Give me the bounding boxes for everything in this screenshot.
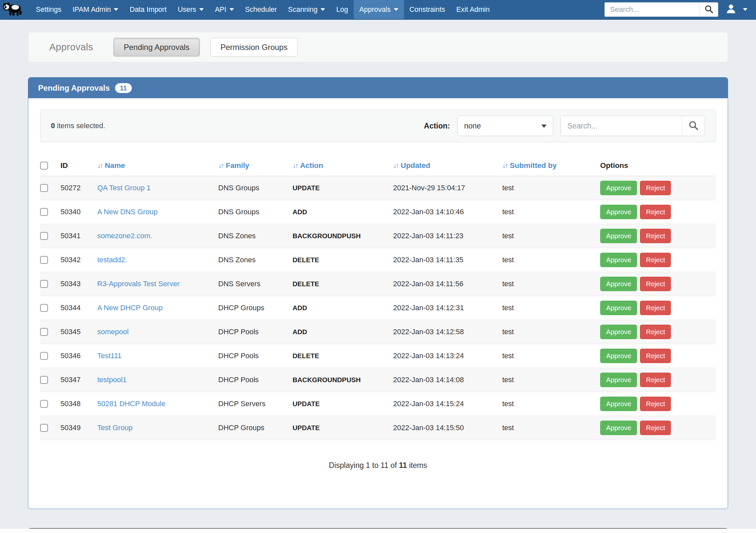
approve-button[interactable]: Approve <box>600 205 637 219</box>
row-name-link[interactable]: QA Test Group 1 <box>97 184 150 192</box>
reject-button[interactable]: Reject <box>640 277 671 291</box>
table-row: 50341 somezone2.com. DNS Zones BACKGROUN… <box>40 224 716 248</box>
approve-button[interactable]: Approve <box>600 373 637 387</box>
row-name-link[interactable]: testadd2. <box>97 256 127 264</box>
select-all-checkbox[interactable] <box>40 162 48 170</box>
reject-button[interactable]: Reject <box>640 229 671 243</box>
row-name-link[interactable]: testpool1 <box>97 376 126 384</box>
column-header-updated[interactable]: ↓↑Updated <box>393 156 502 176</box>
approve-button[interactable]: Approve <box>600 229 637 243</box>
row-checkbox[interactable] <box>40 304 48 312</box>
nav-item-exit-admin[interactable]: Exit Admin <box>451 0 495 19</box>
row-action: UPDATE <box>292 176 393 200</box>
row-submitted-by: test <box>502 416 600 440</box>
row-checkbox[interactable] <box>40 376 48 384</box>
reject-button[interactable]: Reject <box>640 325 671 339</box>
nav-item-scanning[interactable]: Scanning <box>283 0 331 19</box>
global-search-input[interactable] <box>605 3 699 16</box>
row-checkbox[interactable] <box>40 280 48 288</box>
row-submitted-by: test <box>502 272 600 296</box>
reject-button[interactable]: Reject <box>640 349 671 363</box>
approve-button[interactable]: Approve <box>600 325 637 339</box>
table-search-button[interactable] <box>682 116 705 136</box>
row-name-link[interactable]: R3-Approvals Test Server <box>97 280 179 288</box>
reject-button[interactable]: Reject <box>640 181 671 195</box>
approve-button[interactable]: Approve <box>600 421 637 435</box>
row-family: DHCP Pools <box>218 368 292 392</box>
row-action: BACKGROUNDPUSH <box>292 224 393 248</box>
row-checkbox[interactable] <box>40 208 48 216</box>
row-id: 50343 <box>61 272 97 296</box>
row-id: 50342 <box>61 248 97 272</box>
caret-down-icon <box>320 8 325 11</box>
table-row: 50346 Test111 DHCP Pools DELETE 2022-Jan… <box>40 344 716 368</box>
reject-button[interactable]: Reject <box>640 301 671 315</box>
action-select[interactable]: none <box>457 116 553 136</box>
row-family: DNS Groups <box>218 200 292 224</box>
nav-item-api[interactable]: API <box>209 0 240 19</box>
row-checkbox[interactable] <box>40 352 48 360</box>
reject-button[interactable]: Reject <box>640 253 671 267</box>
approve-button[interactable]: Approve <box>600 277 637 291</box>
nav-item-settings[interactable]: Settings <box>30 0 67 19</box>
row-name-link[interactable]: somepool <box>97 328 128 336</box>
column-header-action[interactable]: ↓↑Action <box>292 156 393 176</box>
caret-down-icon <box>199 8 204 11</box>
column-header-family[interactable]: ↓↑Family <box>218 156 292 176</box>
nav-item-log[interactable]: Log <box>331 0 354 19</box>
nav-item-data-import[interactable]: Data Import <box>124 0 172 19</box>
tab-permission-groups[interactable]: Permission Groups <box>210 38 298 57</box>
top-navbar: Settings IPAM Admin Data Import Users AP… <box>0 0 756 20</box>
reject-button[interactable]: Reject <box>640 373 671 387</box>
row-checkbox[interactable] <box>40 232 48 240</box>
row-checkbox[interactable] <box>40 424 48 432</box>
row-checkbox[interactable] <box>40 184 48 192</box>
row-checkbox[interactable] <box>40 256 48 264</box>
row-submitted-by: test <box>502 368 600 392</box>
row-submitted-by: test <box>502 200 600 224</box>
row-checkbox[interactable] <box>40 328 48 336</box>
nav-item-constraints[interactable]: Constraints <box>404 0 451 19</box>
row-name-link[interactable]: somezone2.com. <box>97 232 152 240</box>
approve-button[interactable]: Approve <box>600 397 637 411</box>
approve-button[interactable]: Approve <box>600 349 637 363</box>
row-id: 50272 <box>61 176 97 200</box>
row-checkbox[interactable] <box>40 400 48 408</box>
bottom-strip <box>0 529 756 533</box>
reject-button[interactable]: Reject <box>640 205 671 219</box>
column-header-name[interactable]: ↓↑Name <box>97 156 218 176</box>
tab-pending-approvals[interactable]: Pending Approvals <box>113 38 200 57</box>
user-menu[interactable] <box>725 3 747 16</box>
row-family: DHCP Pools <box>218 344 292 368</box>
row-name-link[interactable]: A New DNS Group <box>97 208 157 216</box>
nav-item-approvals[interactable]: Approvals <box>354 0 404 19</box>
row-name-link[interactable]: Test Group <box>97 424 133 432</box>
row-updated: 2022-Jan-03 14:15:24 <box>393 392 502 416</box>
panda-logo-icon <box>2 1 24 18</box>
nav-item-users[interactable]: Users <box>172 0 209 19</box>
table-search-input[interactable] <box>561 116 682 136</box>
sort-icon: ↓↑ <box>292 162 297 169</box>
pending-count-badge: 11 <box>115 83 132 93</box>
nav-item-scheduler[interactable]: Scheduler <box>240 0 283 19</box>
nav-item-ipam-admin[interactable]: IPAM Admin <box>67 0 124 19</box>
approve-button[interactable]: Approve <box>600 181 637 195</box>
pending-approvals-panel: Pending Approvals 11 0 items selected. A… <box>28 77 728 509</box>
row-family: DHCP Groups <box>218 416 292 440</box>
row-name-link[interactable]: A New DHCP Group <box>97 304 163 312</box>
approve-button[interactable]: Approve <box>600 253 637 267</box>
row-name-link[interactable]: Test111 <box>97 352 122 360</box>
table-row: 50349 Test Group DHCP Groups UPDATE 2022… <box>40 416 716 440</box>
sort-icon: ↓↑ <box>393 162 398 169</box>
column-header-submitted_by[interactable]: ↓↑Submitted by <box>502 156 600 176</box>
row-updated: 2021-Nov-29 15:04:17 <box>393 176 502 200</box>
caret-down-icon <box>230 8 234 11</box>
row-action: UPDATE <box>292 392 393 416</box>
row-id: 50344 <box>61 296 97 320</box>
reject-button[interactable]: Reject <box>640 421 671 435</box>
approve-button[interactable]: Approve <box>600 301 637 315</box>
global-search-button[interactable] <box>699 3 718 16</box>
app-logo[interactable] <box>0 0 26 19</box>
row-name-link[interactable]: 50281 DHCP Module <box>97 400 166 408</box>
reject-button[interactable]: Reject <box>640 397 671 411</box>
